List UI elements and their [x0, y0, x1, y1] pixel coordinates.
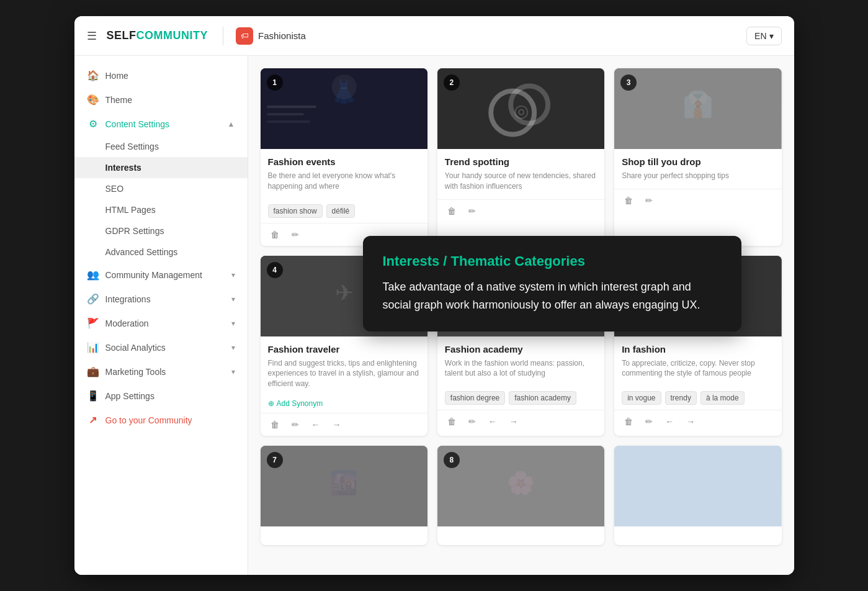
card-body: Fashion academy Work in the fashion worl… — [437, 336, 604, 387]
card-actions: 🗑 ✏ ← → — [437, 410, 604, 433]
sidebar-item-label: Go to your Community — [105, 415, 235, 425]
chevron-down-icon: ▾ — [231, 319, 235, 328]
card-desc: Work in the fashion world means: passion… — [445, 358, 597, 379]
plus-circle-icon: ⊕ — [268, 399, 274, 408]
card-body — [261, 526, 427, 545]
sidebar-sub-item-gdpr[interactable]: GDPR Settings — [74, 220, 248, 241]
tag: fashion degree — [445, 391, 505, 405]
tag: défilé — [326, 204, 356, 218]
add-synonym-button[interactable]: ⊕ Add Synonym — [261, 397, 427, 413]
sidebar-item-home[interactable]: 🏠 Home — [74, 63, 248, 88]
community-badge: 🏷 Fashionista — [236, 27, 306, 45]
card-image — [614, 446, 781, 526]
sidebar-item-community-management[interactable]: 👥 Community Management ▾ — [74, 263, 248, 287]
delete-button[interactable]: 🗑 — [445, 205, 459, 217]
app-window: ☰ SELFCOMMUNITY 🏷 Fashionista EN ▾ 🏠 Hom… — [74, 16, 794, 575]
sidebar-item-theme[interactable]: 🎨 Theme — [74, 88, 248, 112]
lang-selector[interactable]: EN ▾ — [746, 27, 781, 45]
sub-item-label: GDPR Settings — [105, 226, 164, 236]
sidebar-item-integrations[interactable]: 🔗 Integrations ▾ — [74, 287, 248, 311]
chevron-down-icon: ▾ — [769, 31, 774, 41]
svg-text:🌆: 🌆 — [330, 469, 358, 495]
hamburger-icon[interactable]: ☰ — [87, 29, 97, 43]
card-number: 4 — [267, 262, 283, 278]
header-divider — [223, 27, 223, 45]
card-actions: 🗑 ✏ ← → — [261, 413, 427, 436]
move-right-button[interactable]: → — [330, 418, 344, 431]
move-right-button[interactable]: → — [684, 415, 697, 428]
card-number: 7 — [267, 452, 283, 468]
sidebar-sub-item-interests[interactable]: Interests — [74, 157, 248, 178]
delete-button[interactable]: 🗑 — [622, 415, 635, 428]
community-name: Fashionista — [258, 30, 306, 41]
tooltip-title: Interests / Thematic Categories — [383, 253, 722, 269]
move-right-button[interactable]: → — [507, 415, 521, 428]
logo: SELFCOMMUNITY — [107, 29, 208, 42]
chevron-down-icon: ▾ — [231, 271, 235, 279]
marketing-icon: 💼 — [87, 366, 99, 377]
chevron-down-icon: ▾ — [231, 343, 235, 352]
card-3: 👔 3 Shop till you drop Share your perfec… — [614, 68, 781, 246]
edit-button[interactable]: ✏ — [466, 205, 478, 217]
svg-rect-2 — [267, 106, 316, 108]
delete-button[interactable]: 🗑 — [622, 194, 635, 207]
svg-text:👗: 👗 — [330, 78, 358, 105]
card-image: 👔 — [614, 68, 781, 149]
card-title: Shop till you drop — [622, 156, 774, 167]
card-desc: Your handy source of new tendencies, sha… — [445, 171, 597, 192]
card-actions: 🗑 ✏ ← → — [614, 410, 781, 433]
sidebar-item-label: Social Analytics — [105, 343, 225, 353]
edit-button[interactable]: ✏ — [643, 415, 655, 428]
add-synonym-label: Add Synonym — [277, 399, 323, 408]
svg-text:🌸: 🌸 — [507, 469, 535, 495]
card-image: 👗 — [261, 68, 427, 149]
card-desc: Share your perfect shopping tips — [622, 171, 774, 181]
tag: in vogue — [622, 391, 661, 405]
sidebar-item-social-analytics[interactable]: 📊 Social Analytics ▾ — [74, 335, 248, 359]
sidebar-sub-item-html-pages[interactable]: HTML Pages — [74, 199, 248, 220]
sidebar-item-label: Home — [105, 71, 235, 81]
sidebar-item-label: Marketing Tools — [105, 367, 225, 377]
edit-button[interactable]: ✏ — [289, 418, 302, 431]
community-icon: 👥 — [87, 269, 99, 281]
card-title: Fashion events — [268, 156, 420, 167]
sidebar-sub-item-advanced-settings[interactable]: Advanced Settings — [74, 241, 248, 263]
move-left-button[interactable]: ← — [663, 415, 676, 428]
chevron-up-icon: ▲ — [228, 120, 235, 129]
sidebar-sub-item-seo[interactable]: SEO — [74, 178, 248, 199]
content-area: Interests / Thematic Categories Take adv… — [248, 56, 794, 575]
delete-button[interactable]: 🗑 — [445, 415, 459, 428]
edit-button[interactable]: ✏ — [466, 415, 478, 428]
card-image: 🌆 — [261, 446, 427, 526]
home-icon: 🏠 — [87, 70, 99, 81]
move-left-button[interactable]: ← — [486, 415, 499, 428]
card-tags: in vogue trendy à la mode — [614, 386, 781, 410]
sub-item-label: Feed Settings — [105, 142, 159, 151]
sidebar-item-content-settings[interactable]: ⚙ Content Settings ▲ — [74, 112, 248, 136]
delete-button[interactable]: 🗑 — [268, 228, 282, 241]
sub-item-label: Advanced Settings — [105, 247, 178, 257]
tag: fashion academy — [509, 391, 576, 405]
card-desc: Be there and let everyone know what's ha… — [268, 171, 420, 192]
edit-button[interactable]: ✏ — [289, 228, 302, 241]
card-actions: 🗑 ✏ — [437, 199, 604, 222]
move-left-button[interactable]: ← — [309, 418, 323, 431]
sidebar-item-marketing-tools[interactable]: 💼 Marketing Tools ▾ — [74, 359, 248, 384]
card-desc: Find and suggest tricks, tips and enligh… — [268, 358, 420, 389]
sidebar-sub-item-feed-settings[interactable]: Feed Settings — [74, 136, 248, 157]
sidebar-item-moderation[interactable]: 🚩 Moderation ▾ — [74, 311, 248, 335]
main-layout: 🏠 Home 🎨 Theme ⚙ Content Settings ▲ Feed… — [74, 56, 794, 575]
settings-icon: ⚙ — [87, 118, 99, 130]
moderation-icon: 🚩 — [87, 317, 99, 329]
sidebar-item-app-settings[interactable]: 📱 App Settings — [74, 384, 248, 408]
analytics-icon: 📊 — [87, 341, 99, 353]
sidebar-item-go-to-community[interactable]: ↗ Go to your Community — [74, 408, 248, 432]
card-8: 🌸 8 — [437, 446, 604, 545]
external-link-icon: ↗ — [87, 414, 99, 426]
community-badge-icon: 🏷 — [236, 27, 253, 45]
tooltip-popup: Interests / Thematic Categories Take adv… — [363, 236, 741, 332]
card-title: Fashion academy — [445, 344, 597, 354]
edit-button[interactable]: ✏ — [643, 194, 655, 207]
delete-button[interactable]: 🗑 — [268, 418, 282, 431]
tooltip-body: Take advantage of a native system in whi… — [383, 278, 722, 314]
